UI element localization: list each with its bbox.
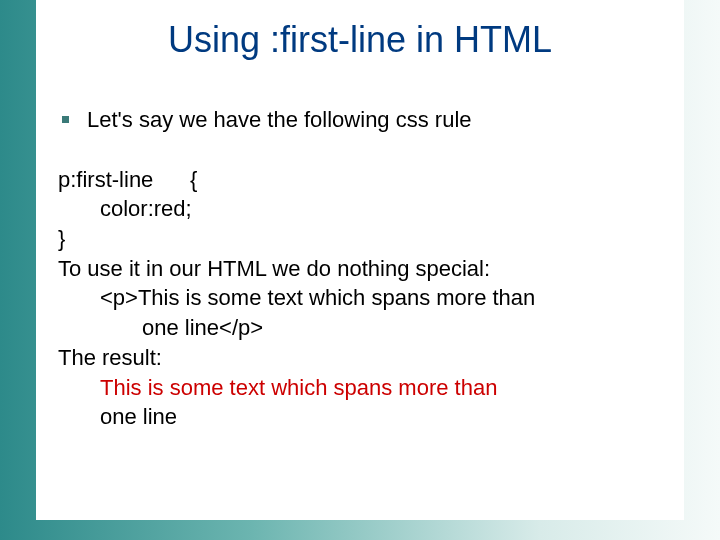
slide-title: Using :first-line in HTML [168, 19, 552, 61]
slide: Using :first-line in HTML Let's say we h… [0, 0, 720, 540]
bullet-icon [62, 116, 69, 123]
bullet-text: Let's say we have the following css rule [87, 105, 472, 135]
code-line: To use it in our HTML we do nothing spec… [58, 254, 664, 284]
result-line: one line [58, 402, 664, 432]
code-line: } [58, 224, 664, 254]
code-line: p:first-line { [58, 165, 664, 195]
code-block: p:first-line { color:red; } To use it in… [58, 165, 664, 432]
title-container: Using :first-line in HTML [36, 0, 684, 80]
code-line: The result: [58, 343, 664, 373]
slide-body: Let's say we have the following css rule… [36, 80, 684, 520]
code-line: color:red; [58, 194, 664, 224]
bullet-item: Let's say we have the following css rule [56, 105, 664, 135]
result-line-red: This is some text which spans more than [58, 373, 664, 403]
code-line: <p>This is some text which spans more th… [58, 283, 664, 313]
code-line: one line</p> [58, 313, 664, 343]
